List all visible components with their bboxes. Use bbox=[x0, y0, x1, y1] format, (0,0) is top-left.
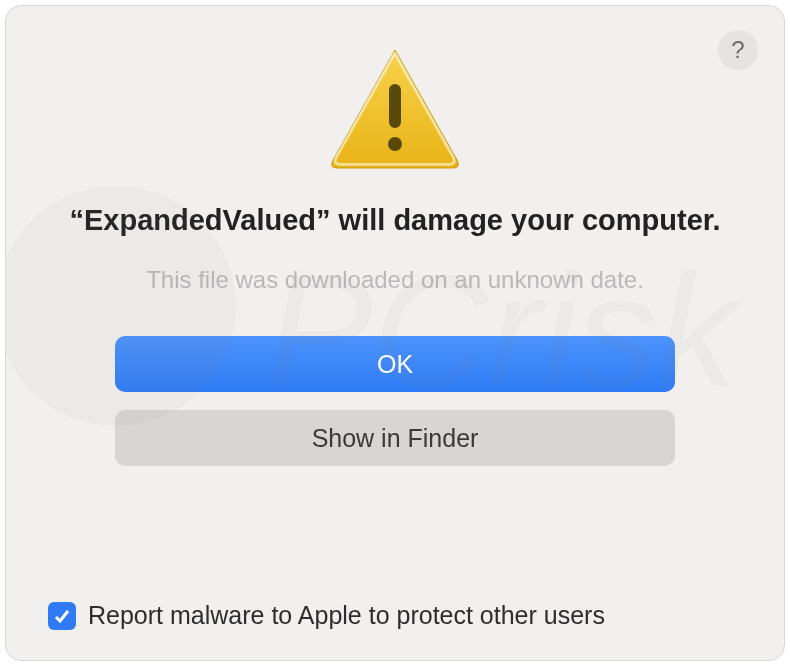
show-in-finder-label: Show in Finder bbox=[312, 424, 479, 453]
button-stack: OK Show in Finder bbox=[115, 336, 675, 466]
help-button[interactable]: ? bbox=[718, 30, 758, 70]
svg-rect-2 bbox=[389, 84, 401, 128]
dialog-title: “ExpandedValued” will damage your comput… bbox=[59, 202, 730, 238]
ok-button-label: OK bbox=[377, 350, 413, 379]
ok-button[interactable]: OK bbox=[115, 336, 675, 392]
help-icon: ? bbox=[731, 36, 744, 64]
alert-dialog: PCrisk ? “ExpandedValued” will damage yo… bbox=[5, 5, 785, 661]
report-checkbox-row: Report malware to Apple to protect other… bbox=[48, 601, 605, 630]
report-checkbox[interactable] bbox=[48, 602, 76, 630]
show-in-finder-button[interactable]: Show in Finder bbox=[115, 410, 675, 466]
svg-point-3 bbox=[388, 137, 402, 151]
report-checkbox-label: Report malware to Apple to protect other… bbox=[88, 601, 605, 630]
warning-icon bbox=[325, 44, 465, 172]
dialog-subtitle: This file was downloaded on an unknown d… bbox=[146, 266, 644, 294]
checkmark-icon bbox=[53, 607, 71, 625]
